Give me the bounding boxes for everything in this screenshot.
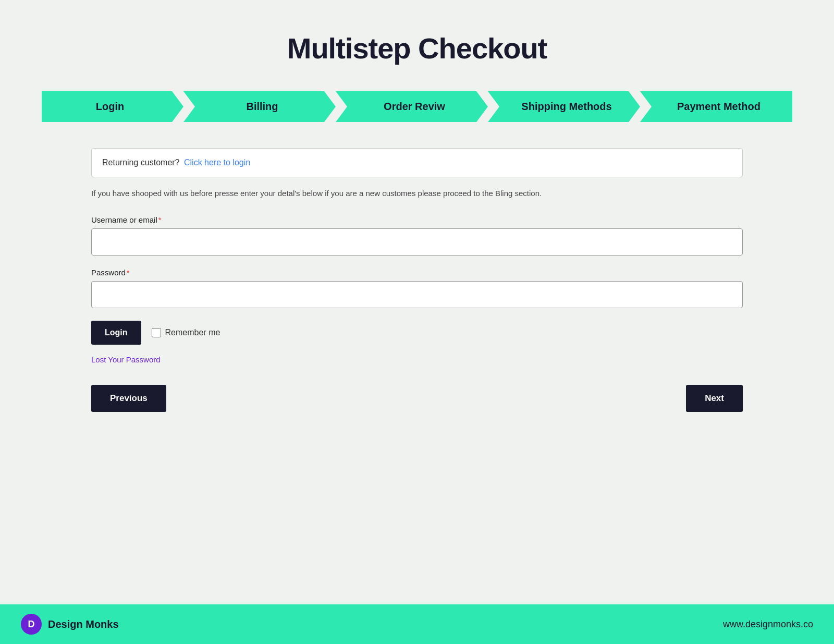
- footer: D Design Monks www.designmonks.co: [0, 604, 834, 644]
- page-title: Multistep Checkout: [42, 31, 792, 65]
- brand-icon: D: [21, 614, 42, 635]
- step-billing[interactable]: Billing: [183, 91, 336, 122]
- brand: D Design Monks: [21, 614, 119, 635]
- nav-buttons: Previous Next: [91, 385, 743, 412]
- step-payment-method[interactable]: Payment Method: [640, 91, 792, 122]
- next-button[interactable]: Next: [686, 385, 743, 412]
- actions-row: Login Remember me: [91, 321, 743, 345]
- username-input[interactable]: [91, 228, 743, 256]
- remember-label: Remember me: [165, 328, 220, 337]
- previous-button[interactable]: Previous: [91, 385, 166, 412]
- step-shipping-methods[interactable]: Shipping Methods: [488, 91, 640, 122]
- brand-name: Design Monks: [48, 618, 119, 630]
- click-here-login-link[interactable]: Click here to login: [184, 158, 250, 167]
- remember-row: Remember me: [152, 328, 220, 337]
- lost-password-link[interactable]: Lost Your Password: [91, 355, 743, 364]
- password-group: Password*: [91, 268, 743, 308]
- step-login[interactable]: Login: [42, 91, 183, 122]
- remember-checkbox[interactable]: [152, 328, 161, 337]
- returning-customer-banner: Returning customer? Click here to login: [91, 148, 743, 177]
- password-input[interactable]: [91, 281, 743, 308]
- info-text: If you have shooped with us before press…: [91, 188, 743, 200]
- step-order-review[interactable]: Order Reviw: [336, 91, 488, 122]
- steps-breadcrumb: Login Billing Order Reviw Shipping Metho…: [42, 91, 792, 122]
- username-group: Username or email*: [91, 215, 743, 256]
- username-required: *: [158, 215, 162, 224]
- username-label: Username or email*: [91, 215, 743, 224]
- returning-customer-text: Returning customer?: [102, 158, 180, 167]
- password-required: *: [127, 268, 130, 277]
- form-area: Returning customer? Click here to login …: [91, 148, 743, 412]
- login-button[interactable]: Login: [91, 321, 141, 345]
- website-url: www.designmonks.co: [723, 619, 813, 630]
- password-label: Password*: [91, 268, 743, 277]
